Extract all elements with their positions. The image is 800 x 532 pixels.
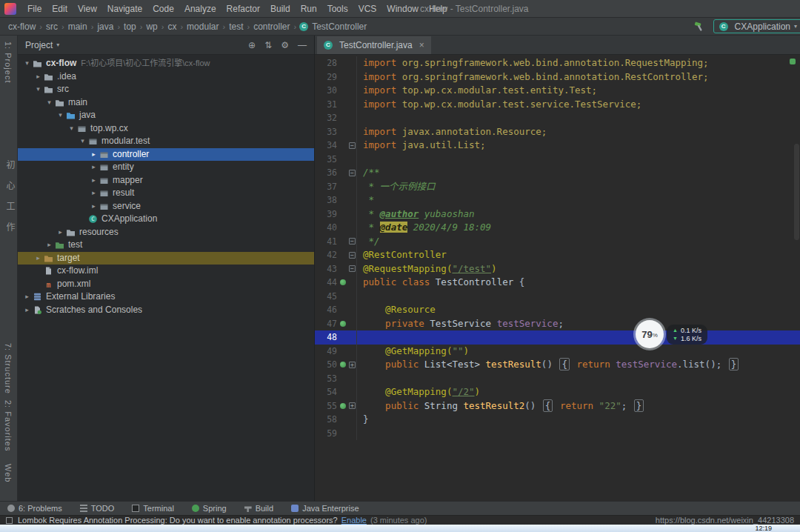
status-spring[interactable]: Spring [192, 504, 227, 513]
chevron-down-icon[interactable]: ▾ [67, 122, 76, 136]
fold-marker-icon[interactable]: + [349, 362, 356, 368]
spring-bean-icon[interactable] [340, 403, 346, 409]
inspections-indicator[interactable] [790, 59, 796, 64]
breadcrumb-item-cx-flow[interactable]: cx-flow [7, 21, 36, 32]
code-line-59[interactable]: 59 [315, 427, 800, 441]
fold-marker-icon[interactable]: − [349, 252, 356, 259]
run-configuration-select[interactable]: C CXApplication ▾ [713, 19, 800, 33]
menu-code[interactable]: Code [147, 0, 179, 18]
fold-marker-icon[interactable]: − [349, 170, 356, 176]
tree-item-cxapplication[interactable]: CCXApplication [18, 213, 314, 226]
app-logo-icon[interactable] [4, 3, 16, 15]
fold-marker-icon[interactable]: − [349, 265, 356, 272]
chevron-right-icon[interactable]: ▸ [44, 239, 54, 252]
chevron-down-icon[interactable]: ▾ [78, 135, 87, 148]
chevron-down-icon[interactable]: ▾ [44, 96, 54, 110]
tab-testcontroller[interactable]: C TestController.java × [317, 36, 431, 54]
menu-window[interactable]: Window [381, 0, 424, 18]
tree-item-cx-flow[interactable]: ▾cx-flowF:\初心项目\初心工作流引擎\cx-flow [18, 57, 314, 70]
build-hammer-icon[interactable] [693, 21, 704, 32]
chevron-right-icon[interactable]: ▸ [89, 161, 99, 174]
code-line-31[interactable]: 31import top.wp.cx.modular.test.service.… [315, 98, 800, 112]
code-line-58[interactable]: 58} [315, 413, 800, 427]
chevron-down-icon[interactable]: ▾ [22, 57, 32, 70]
editor-scrollbar[interactable] [794, 144, 799, 240]
code-line-50[interactable]: 50+ public List<Test> testResult() { ret… [315, 358, 800, 372]
tree-item-resources[interactable]: ▸resources [18, 226, 314, 239]
code-line-42[interactable]: 42−@RestController [315, 248, 800, 262]
code-line-34[interactable]: 34−import java.util.List; [315, 139, 800, 153]
code-area[interactable]: 28import org.springframework.web.bind.an… [315, 55, 800, 501]
breadcrumb-item-modular[interactable]: modular [186, 21, 219, 32]
chevron-right-icon[interactable]: ▸ [89, 174, 99, 187]
breadcrumb-item-wp[interactable]: wp [145, 21, 158, 32]
breadcrumb-item-main[interactable]: main [67, 21, 88, 32]
chevron-down-icon[interactable]: ▾ [33, 83, 43, 96]
tree-item-controller[interactable]: ▸controller [18, 148, 314, 162]
tree-item-src[interactable]: ▾src [18, 83, 314, 96]
tree-item-java[interactable]: ▾java [18, 109, 314, 122]
status-terminal[interactable]: Terminal [132, 504, 174, 513]
breadcrumb-item-java[interactable]: java [96, 21, 114, 32]
tree-item-service[interactable]: ▸service [18, 200, 314, 213]
code-line-55[interactable]: 55+ public String testResult2() { return… [315, 399, 800, 413]
menu-navigate[interactable]: Navigate [102, 0, 147, 18]
status-build[interactable]: Build [244, 504, 273, 513]
tree-item-scratches-and-consoles[interactable]: ▸Scratches and Consoles [18, 304, 314, 317]
fold-marker-icon[interactable]: − [349, 238, 356, 245]
breadcrumb-item-cx[interactable]: cx [167, 21, 177, 32]
tree-item-entity[interactable]: ▸entity [18, 161, 314, 174]
code-line-33[interactable]: 33import javax.annotation.Resource; [315, 125, 800, 139]
chevron-down-icon[interactable]: ▾ [56, 109, 65, 122]
chevron-right-icon[interactable]: ▸ [22, 290, 32, 304]
project-panel-title[interactable]: Project [25, 40, 53, 50]
breadcrumb-item-top[interactable]: top [123, 21, 137, 32]
notification-enable-link[interactable]: Enable [341, 516, 367, 525]
code-line-46[interactable]: 46 @Resource [315, 303, 800, 317]
menu-file[interactable]: File [22, 0, 47, 18]
code-line-49[interactable]: 49 @GetMapping("") [315, 345, 800, 359]
code-line-38[interactable]: 38 * [315, 193, 800, 207]
status-java-enterprise[interactable]: Java Enterprise [291, 504, 359, 513]
tree-item-target[interactable]: ▸target [18, 252, 314, 265]
tree-item-pom-xml[interactable]: mpom.xml [18, 278, 314, 291]
tool-button-project[interactable]: 1: Project [4, 41, 13, 83]
breadcrumb-item-controller[interactable]: controller [253, 21, 290, 32]
chevron-right-icon[interactable]: ▸ [33, 252, 43, 265]
code-line-41[interactable]: 41− */ [315, 235, 800, 249]
windows-taskbar[interactable]: 12:19 [0, 525, 800, 532]
code-line-40[interactable]: 40 * @date 2020/4/9 18:09 [315, 221, 800, 235]
menu-build[interactable]: Build [265, 0, 296, 18]
code-line-35[interactable]: 35 [315, 153, 800, 167]
chevron-right-icon[interactable]: ▸ [33, 70, 43, 84]
tree-item-mapper[interactable]: ▸mapper [18, 174, 314, 187]
fold-marker-icon[interactable]: + [349, 402, 356, 409]
fold-marker-icon[interactable]: − [349, 142, 356, 149]
close-icon[interactable]: × [419, 40, 424, 50]
locate-icon[interactable]: ⊕ [248, 36, 256, 55]
collapse-all-icon[interactable]: ⇅ [264, 36, 272, 55]
breadcrumb-item-src[interactable]: src [45, 21, 59, 32]
code-line-54[interactable]: 54 @GetMapping("/2") [315, 385, 800, 399]
code-line-39[interactable]: 39 * @author yubaoshan [315, 207, 800, 222]
chevron-right-icon[interactable]: ▸ [89, 200, 99, 213]
spring-bean-icon[interactable] [340, 321, 346, 327]
tree-item-external-libraries[interactable]: ▸External Libraries [18, 290, 314, 304]
menu-analyze[interactable]: Analyze [179, 0, 221, 18]
code-line-43[interactable]: 43−@RequestMapping("/test") [315, 262, 800, 276]
tree-item--idea[interactable]: ▸.idea [18, 70, 314, 84]
breadcrumb-item-test[interactable]: test [228, 21, 244, 32]
breadcrumb-item-testcontroller[interactable]: TestController [311, 21, 367, 32]
code-line-32[interactable]: 32 [315, 111, 800, 125]
menu-run[interactable]: Run [296, 0, 322, 18]
tree-item-main[interactable]: ▾main [18, 96, 314, 110]
code-line-48[interactable]: 48 [315, 330, 800, 345]
settings-gear-icon[interactable]: ⚙ [281, 36, 289, 55]
tree-item-top-wp-cx[interactable]: ▾top.wp.cx [18, 122, 314, 136]
code-line-29[interactable]: 29import org.springframework.web.bind.an… [315, 70, 800, 84]
status-6-problems[interactable]: 6: Problems [7, 504, 62, 513]
tool-button-web[interactable]: Web [4, 464, 13, 482]
code-line-53[interactable]: 53 [315, 372, 800, 386]
tree-item-test[interactable]: ▸test [18, 239, 314, 252]
hide-panel-icon[interactable]: — [298, 36, 307, 55]
